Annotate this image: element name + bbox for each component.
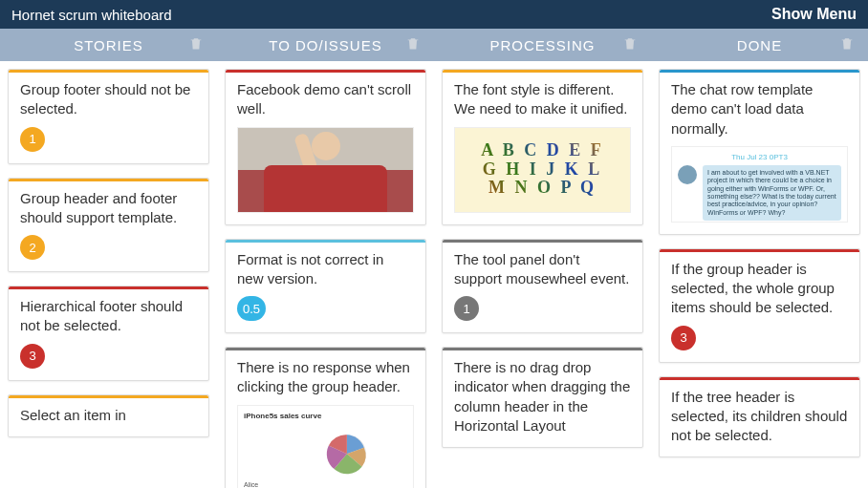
- card-text: If the tree header is selected, its chil…: [671, 388, 848, 446]
- chat-date: Thu Jul 23 0PT3: [678, 153, 841, 161]
- card-stripe: [9, 70, 208, 73]
- app-root: Hornet scrum whiteboard Show Menu STORIE…: [0, 0, 868, 488]
- card[interactable]: The chat row template demo can't load da…: [659, 69, 860, 235]
- card-badge: 0.5: [237, 296, 266, 321]
- trash-icon[interactable]: [405, 36, 421, 54]
- card[interactable]: If the group header is selected, the who…: [659, 248, 860, 363]
- board-scroll[interactable]: Group footer should not be selected. 1 G…: [0, 61, 868, 488]
- chat-bubble: I am about to get involved with a VB.NET…: [703, 165, 841, 221]
- card-text: Select an item in: [20, 406, 197, 425]
- card-text: The tool panel don't support mousewheel …: [454, 250, 631, 289]
- card-stripe: [9, 179, 208, 181]
- card-text: If the group header is selected, the who…: [671, 260, 848, 318]
- card-stripe: [226, 348, 425, 350]
- column-stories[interactable]: Group footer should not be selected. 1 G…: [0, 61, 217, 488]
- show-menu-button[interactable]: Show Menu: [771, 6, 857, 23]
- column-processing[interactable]: The font style is different. We need to …: [434, 61, 651, 488]
- column-header-processing: PROCESSING: [434, 29, 651, 61]
- card[interactable]: The tool panel don't support mousewheel …: [442, 239, 643, 334]
- card-stripe: [443, 240, 642, 243]
- column-todo[interactable]: Facebook demo can't scroll well. Format …: [217, 61, 434, 488]
- card[interactable]: If the tree header is selected, its chil…: [659, 376, 860, 458]
- card-image: A B C D E F G H I J K L M N O P Q: [454, 127, 631, 213]
- card[interactable]: Hierarchical footer should not be select…: [8, 286, 209, 381]
- card-stripe: [443, 348, 642, 350]
- card[interactable]: There is no response when clicking the g…: [225, 347, 426, 488]
- card-text: There is no response when clicking the g…: [237, 358, 414, 397]
- card-text: The font style is different. We need to …: [454, 80, 631, 119]
- card[interactable]: Group footer should not be selected. 1: [8, 69, 209, 164]
- card-stripe: [443, 70, 642, 73]
- card-text: Group header and footer should support t…: [20, 189, 197, 228]
- column-header-label: DONE: [737, 37, 782, 53]
- card[interactable]: Group header and footer should support t…: [8, 178, 209, 273]
- card-text: There is no drag drop indicator when dra…: [454, 358, 631, 435]
- card-text: Format is not correct in new version.: [237, 250, 414, 289]
- board: Group footer should not be selected. 1 G…: [0, 61, 868, 488]
- card-badge: 1: [454, 296, 479, 321]
- card-stripe: [9, 286, 208, 289]
- chart-title: iPhone5s sales curve: [244, 412, 407, 420]
- card-text: Facebook demo can't scroll well.: [237, 80, 414, 119]
- column-header-todo: TO DO/ISSUES: [217, 29, 434, 61]
- column-done[interactable]: The chat row template demo can't load da…: [651, 61, 868, 488]
- column-header-label: TO DO/ISSUES: [269, 37, 381, 53]
- card-image: [237, 127, 414, 213]
- trash-icon[interactable]: [622, 36, 638, 54]
- alpha-line: G H I J K L: [483, 159, 603, 179]
- card-badge: 3: [671, 326, 696, 350]
- alpha-line: M N O P Q: [488, 178, 597, 197]
- card-stripe: [9, 395, 208, 398]
- alpha-line: A B C D E F: [481, 140, 604, 159]
- avatar-icon: [678, 165, 697, 184]
- titlebar: Hornet scrum whiteboard Show Menu: [0, 0, 868, 29]
- card-text: Group footer should not be selected.: [20, 80, 197, 119]
- column-header-label: STORIES: [74, 37, 143, 53]
- trash-icon[interactable]: [188, 36, 204, 54]
- card[interactable]: The font style is different. We need to …: [442, 69, 643, 225]
- card[interactable]: Format is not correct in new version. 0.…: [225, 239, 426, 334]
- card-stripe: [660, 377, 859, 380]
- column-header-stories: STORIES: [0, 29, 217, 61]
- card[interactable]: There is no drag drop indicator when dra…: [442, 347, 643, 448]
- card-badge: 3: [20, 344, 45, 369]
- card-text: Hierarchical footer should not be select…: [20, 297, 197, 336]
- app-title: Hornet scrum whiteboard: [11, 7, 172, 23]
- card-badge: 1: [20, 127, 45, 152]
- card-stripe: [660, 70, 859, 73]
- card-stripe: [226, 240, 425, 243]
- card[interactable]: Facebook demo can't scroll well.: [225, 69, 426, 225]
- column-header-done: DONE: [651, 29, 868, 61]
- card[interactable]: Select an item in: [8, 394, 209, 437]
- column-header-label: PROCESSING: [489, 37, 595, 53]
- card-image: iPhone5s sales curve Alice: [237, 405, 414, 489]
- card-stripe: [226, 70, 425, 73]
- trash-icon[interactable]: [839, 36, 855, 54]
- card-badge: 2: [20, 235, 45, 260]
- card-text: The chat row template demo can't load da…: [671, 80, 848, 138]
- chart-legend: Alice: [244, 481, 407, 488]
- column-headers: STORIES TO DO/ISSUES PROCESSING DONE: [0, 29, 868, 61]
- card-stripe: [660, 249, 859, 252]
- card-image: Thu Jul 23 0PT3 I am about to get involv…: [671, 146, 848, 223]
